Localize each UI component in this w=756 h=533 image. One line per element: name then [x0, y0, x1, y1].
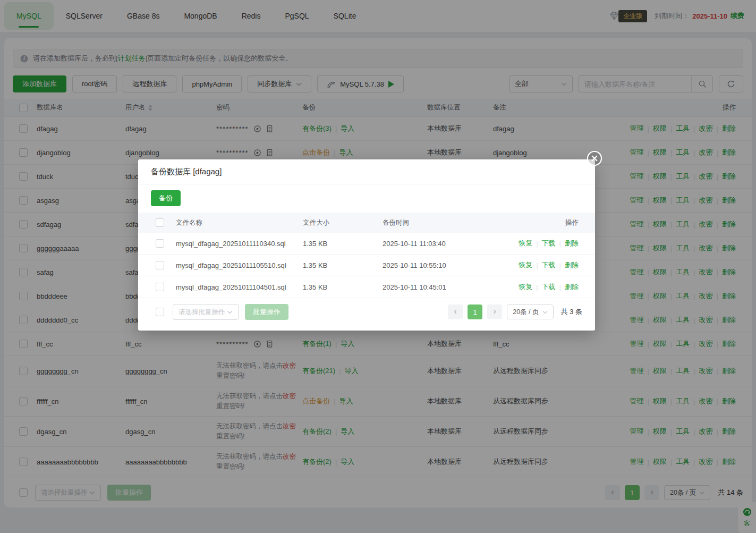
modal-table-header: 文件名称 文件大小 备份时间 操作 [138, 213, 595, 233]
modal-pagination-page-1[interactable]: 1 [468, 304, 482, 319]
backup-file-size: 1.35 KB [303, 283, 383, 291]
close-icon[interactable] [587, 150, 602, 166]
chevron-down-icon [542, 310, 548, 314]
modal-footer: 请选择批量操作 批量操作 ‹ 1 › 20条 / 页 共 3 条 [138, 304, 595, 320]
modal-total-count: 共 3 条 [561, 307, 582, 317]
modal-batch-select[interactable]: 请选择批量操作 [173, 304, 239, 320]
backup-file-name: mysql_dfagag_20251011110340.sql [176, 240, 303, 248]
modal-header-file: 文件名称 [176, 218, 303, 227]
download-link[interactable]: 下载 [542, 260, 556, 270]
modal-footer-checkbox[interactable] [156, 308, 164, 316]
restore-link[interactable]: 恢复 [519, 260, 532, 270]
backup-file-size: 1.35 KB [303, 261, 383, 269]
delete-link[interactable]: 删除 [565, 260, 579, 270]
modal-batch-button[interactable]: 批量操作 [245, 304, 288, 320]
modal-page-size-select[interactable]: 20条 / 页 [507, 304, 553, 319]
modal-header-ops: 操作 [494, 218, 595, 227]
modal-table-body: mysql_dfagag_20251011110340.sql1.35 KB20… [138, 233, 595, 298]
row-checkbox[interactable] [156, 261, 164, 269]
delete-link[interactable]: 删除 [565, 282, 579, 292]
backup-file-row: mysql_dfagag_20251011104501.sql1.35 KB20… [138, 276, 595, 298]
backup-file-name: mysql_dfagag_20251011105510.sql [176, 261, 303, 269]
backup-file-row: mysql_dfagag_20251011110340.sql1.35 KB20… [138, 233, 595, 255]
modal-title: 备份数据库 [dfagag] [138, 159, 595, 184]
backup-file-time: 2025-10-11 10:45:01 [383, 283, 494, 291]
restore-link[interactable]: 恢复 [519, 282, 532, 292]
restore-link[interactable]: 恢复 [519, 239, 532, 248]
backup-modal: 备份数据库 [dfagag] 备份 文件名称 文件大小 备份时间 操作 mysq… [138, 159, 595, 331]
delete-link[interactable]: 删除 [565, 239, 579, 248]
backup-now-button[interactable]: 备份 [151, 190, 181, 206]
backup-file-row: mysql_dfagag_20251011105510.sql1.35 KB20… [138, 255, 595, 276]
backup-file-time: 2025-10-11 10:55:10 [383, 261, 494, 269]
row-checkbox[interactable] [156, 283, 164, 291]
row-checkbox[interactable] [156, 239, 164, 248]
backup-file-time: 2025-10-11 11:03:40 [383, 240, 494, 248]
modal-pagination: ‹ 1 › 20条 / 页 共 3 条 [448, 304, 582, 319]
download-link[interactable]: 下载 [542, 239, 556, 248]
modal-select-all-checkbox[interactable] [156, 218, 164, 227]
backup-file-size: 1.35 KB [303, 240, 383, 248]
chevron-down-icon [227, 310, 233, 314]
modal-pagination-next-button[interactable]: › [487, 304, 502, 319]
modal-header-size: 文件大小 [303, 218, 383, 227]
modal-pagination-prev-button[interactable]: ‹ [448, 304, 463, 319]
modal-header-time: 备份时间 [383, 218, 494, 227]
backup-file-name: mysql_dfagag_20251011104501.sql [176, 283, 303, 291]
download-link[interactable]: 下载 [542, 282, 556, 292]
